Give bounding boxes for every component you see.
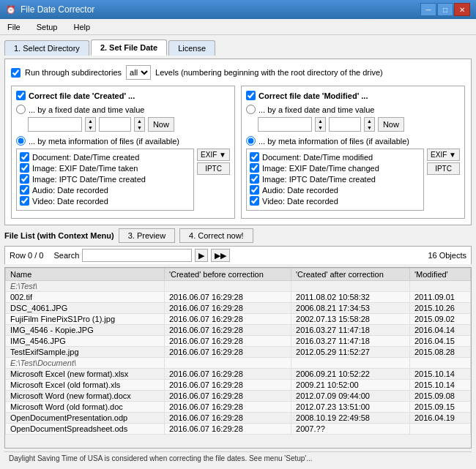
menu-setup[interactable]: Setup	[32, 21, 62, 33]
created-exif-button[interactable]: EXIF ▼	[197, 149, 230, 161]
title-bar: ⏰ File Date Corrector ─ □ ✕	[0, 0, 476, 19]
col-name[interactable]: Name	[6, 269, 165, 281]
modified-meta-list: Document: Date/Time modified Image: EXIF…	[246, 149, 424, 211]
table-row[interactable]: Microsoft Excel (new format).xlsx2016.06…	[6, 369, 471, 380]
created-meta-exif[interactable]	[20, 163, 29, 173]
main-content: 1. Select Directory 2. Set File Date Lic…	[0, 35, 476, 469]
correct-now-button[interactable]: 4. Correct now!	[179, 228, 253, 243]
modified-meta-iptc[interactable]	[250, 174, 259, 184]
correct-created-title: Correct file date 'Created' ...	[29, 91, 135, 100]
table-row-folder[interactable]: E:\Test\Document\	[6, 358, 471, 369]
close-button[interactable]: ✕	[454, 3, 470, 16]
settings-panel: Run through subdirectories all123 Levels…	[4, 59, 472, 225]
status-bar: Daylight Saving Time of USA is considere…	[4, 451, 472, 465]
table-row-folder[interactable]: E:\Test\	[6, 281, 471, 292]
created-date-input[interactable]: 08.06.2016	[28, 117, 82, 132]
modified-meta-audio[interactable]	[250, 185, 259, 195]
tab-select-directory[interactable]: 1. Select Directory	[4, 40, 89, 56]
correct-boxes-row: Correct file date 'Created' ... ... by a…	[11, 86, 465, 219]
modified-date-spin[interactable]: ▲▼	[315, 117, 326, 132]
tab-bar: 1. Select Directory 2. Set File Date Lic…	[4, 40, 472, 56]
created-time-spin[interactable]: ▲▼	[134, 117, 145, 132]
table-row[interactable]: DSC_4061.JPG2016.06.07 16:29:282006.08.2…	[6, 303, 471, 314]
file-list-label: File List (with Context Menu)	[4, 231, 114, 240]
file-list-header: File List (with Context Menu) 3. Preview…	[4, 228, 472, 243]
search-label: Search	[53, 251, 79, 260]
tab-license[interactable]: License	[168, 40, 215, 56]
maximize-button[interactable]: □	[437, 3, 453, 16]
file-table-wrapper[interactable]: Name 'Created' before correction 'Create…	[4, 267, 472, 449]
created-fixed-label: ... by a fixed date and time value	[29, 105, 144, 114]
levels-select[interactable]: all123	[126, 65, 151, 80]
nav-last-button[interactable]: ▶▶	[211, 249, 230, 262]
modified-iptc-button[interactable]: IPTC	[427, 162, 460, 175]
minimize-button[interactable]: ─	[420, 3, 436, 16]
table-row[interactable]: FujiFilm FinePixS1Pro (1).jpg2016.06.07 …	[6, 314, 471, 325]
table-row[interactable]: Microsoft Word (old format).doc2016.06.0…	[6, 402, 471, 413]
window-title: File Date Corrector	[21, 4, 94, 15]
app-icon: ⏰	[6, 5, 16, 15]
preview-button[interactable]: 3. Preview	[119, 228, 175, 243]
menu-bar: File Setup Help	[0, 19, 476, 35]
table-row[interactable]: OpenDocumentPresentation.odp2016.06.07 1…	[6, 413, 471, 424]
col-created-before[interactable]: 'Created' before correction	[164, 269, 291, 281]
correct-created-checkbox[interactable]	[16, 91, 26, 100]
row-count: Row 0 / 0	[10, 251, 43, 260]
modified-meta-label: ... by meta information of files (if ava…	[259, 137, 409, 146]
modified-fixed-radio[interactable]	[246, 105, 256, 114]
nav-next-button[interactable]: ▶	[195, 249, 208, 262]
table-row[interactable]: Microsoft Excel (old format).xls2016.06.…	[6, 380, 471, 391]
col-created-after[interactable]: 'Created' after correction	[291, 269, 410, 281]
search-input[interactable]	[82, 249, 192, 262]
created-meta-label: ... by meta information of files (if ava…	[29, 137, 179, 146]
created-time-input[interactable]: 11:37	[99, 117, 131, 132]
tab-set-file-date[interactable]: 2. Set File Date	[91, 40, 167, 56]
modified-date-input[interactable]: 08.06.2016	[258, 117, 312, 132]
created-fixed-radio[interactable]	[16, 105, 26, 114]
created-meta-video[interactable]	[20, 196, 29, 206]
created-meta-audio[interactable]	[20, 185, 29, 195]
table-row[interactable]: Microsoft Word (new format).docx2016.06.…	[6, 391, 471, 402]
modified-exif-iptc-buttons: EXIF ▼ IPTC	[427, 149, 460, 175]
menu-file[interactable]: File	[3, 21, 25, 33]
modified-now-button[interactable]: Now	[378, 117, 404, 132]
modified-meta-radio[interactable]	[246, 136, 256, 146]
modified-meta-video[interactable]	[250, 196, 259, 206]
col-modified[interactable]: 'Modified'	[409, 269, 470, 281]
table-row[interactable]: IMG_4546.JPG2016.06.07 16:29:282016.03.2…	[6, 336, 471, 347]
created-meta-list: Document: Date/Time created Image: EXIF …	[16, 149, 194, 211]
correct-modified-box: Correct file date 'Modified' ... ... by …	[241, 86, 465, 219]
subdirectories-checkbox[interactable]	[11, 68, 21, 78]
table-row[interactable]: 002.tif2016.06.07 16:29:282011.08.02 10:…	[6, 292, 471, 303]
created-meta-doc[interactable]	[20, 152, 29, 162]
table-row[interactable]: IMG_4546 - Kopie.JPG2016.06.07 16:29:282…	[6, 325, 471, 336]
created-iptc-button[interactable]: IPTC	[197, 162, 230, 175]
correct-modified-checkbox[interactable]	[246, 91, 256, 100]
created-exif-iptc-buttons: EXIF ▼ IPTC	[197, 149, 230, 175]
table-row[interactable]: TestExifSample.jpg2016.06.07 16:29:28201…	[6, 347, 471, 358]
levels-suffix: Levels (numbering beginning with the roo…	[155, 68, 383, 77]
modified-meta-doc[interactable]	[250, 152, 259, 162]
status-text: Daylight Saving Time of USA is considere…	[9, 454, 313, 462]
file-table: Name 'Created' before correction 'Create…	[5, 268, 471, 435]
modified-meta-exif[interactable]	[250, 163, 259, 173]
created-now-button[interactable]: Now	[148, 117, 174, 132]
correct-modified-title: Correct file date 'Modified' ...	[259, 91, 368, 100]
menu-help[interactable]: Help	[69, 21, 94, 33]
subdirectories-label: Run through subdirectories	[25, 68, 122, 77]
created-date-spin[interactable]: ▲▼	[85, 117, 96, 132]
correct-created-box: Correct file date 'Created' ... ... by a…	[11, 86, 235, 219]
created-meta-radio[interactable]	[16, 136, 26, 146]
modified-exif-button[interactable]: EXIF ▼	[427, 149, 460, 161]
search-row: Row 0 / 0 Search ▶ ▶▶ 16 Objects	[4, 246, 472, 264]
modified-time-input[interactable]: 11:37	[329, 117, 361, 132]
created-meta-iptc[interactable]	[20, 174, 29, 184]
modified-time-spin[interactable]: ▲▼	[364, 117, 375, 132]
objects-count: 16 Objects	[428, 251, 466, 260]
subdirectories-row: Run through subdirectories all123 Levels…	[11, 65, 465, 80]
table-row[interactable]: OpenDocumentSpreadsheet.ods2016.06.07 16…	[6, 424, 471, 435]
modified-fixed-label: ... by a fixed date and time value	[259, 105, 374, 114]
